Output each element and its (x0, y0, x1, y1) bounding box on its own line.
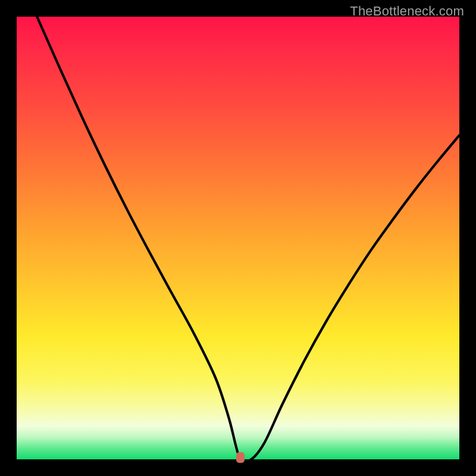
optimal-marker (236, 452, 245, 463)
chart-frame: TheBottleneck.com (0, 0, 476, 476)
watermark-text: TheBottleneck.com (350, 4, 464, 19)
bottleneck-curve (17, 17, 459, 459)
